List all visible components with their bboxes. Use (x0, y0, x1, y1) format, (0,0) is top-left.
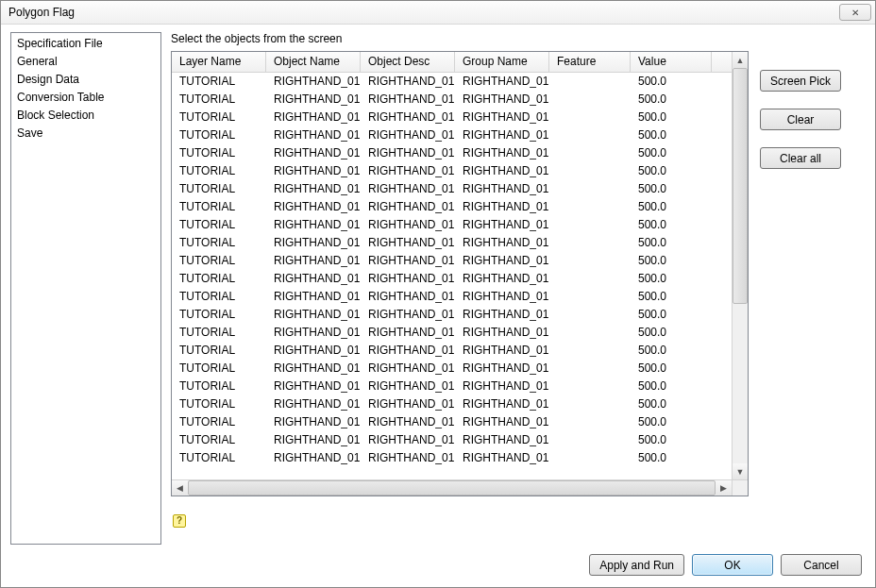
ok-button[interactable]: OK (692, 554, 773, 576)
table-cell: RIGHTHAND_01 (361, 162, 455, 180)
table-row[interactable]: TUTORIALRIGHTHAND_01RIGHTHAND_01RIGHTHAN… (172, 73, 732, 91)
screen-pick-button[interactable]: Screen Pick (760, 70, 841, 92)
table-cell: RIGHTHAND_01 (266, 198, 361, 216)
table-cell: 500.0 (631, 270, 712, 288)
scroll-right-icon[interactable]: ▶ (716, 480, 732, 496)
table-cell (549, 144, 631, 162)
table-cell (549, 360, 631, 378)
table-cell (549, 270, 631, 288)
table-cell: RIGHTHAND_01 (266, 431, 361, 449)
table-row[interactable]: TUTORIALRIGHTHAND_01RIGHTHAND_01RIGHTHAN… (172, 395, 732, 413)
table-cell: RIGHTHAND_01 (266, 252, 361, 270)
table-row[interactable]: TUTORIALRIGHTHAND_01RIGHTHAND_01RIGHTHAN… (172, 306, 732, 324)
table-cell (549, 91, 631, 109)
table-cell (549, 413, 631, 431)
table-row[interactable]: TUTORIALRIGHTHAND_01RIGHTHAND_01RIGHTHAN… (172, 144, 732, 162)
table-cell: TUTORIAL (172, 288, 266, 306)
table-cell (549, 306, 631, 324)
clear-all-button[interactable]: Clear all (760, 147, 841, 169)
sidebar-item-design-data[interactable]: Design Data (11, 71, 160, 89)
table-cell: TUTORIAL (172, 324, 266, 342)
table-row[interactable]: TUTORIALRIGHTHAND_01RIGHTHAND_01RIGHTHAN… (172, 109, 732, 126)
table-cell (549, 324, 631, 342)
table-row[interactable]: TUTORIALRIGHTHAND_01RIGHTHAND_01RIGHTHAN… (172, 413, 732, 431)
table-row[interactable]: TUTORIALRIGHTHAND_01RIGHTHAND_01RIGHTHAN… (172, 288, 732, 306)
table-cell: 500.0 (631, 288, 712, 306)
sidebar-item-specification-file[interactable]: Specification File (11, 35, 160, 53)
objects-table: Layer Name Object Name Object Desc Group… (171, 51, 749, 496)
table-row[interactable]: TUTORIALRIGHTHAND_01RIGHTHAND_01RIGHTHAN… (172, 360, 732, 378)
column-feature[interactable]: Feature (549, 52, 631, 72)
table-row[interactable]: TUTORIALRIGHTHAND_01RIGHTHAND_01RIGHTHAN… (172, 162, 732, 180)
column-object-name[interactable]: Object Name (266, 52, 361, 72)
table-cell: RIGHTHAND_01 (266, 342, 361, 360)
table-cell: RIGHTHAND_01 (266, 378, 361, 395)
table-row[interactable]: TUTORIALRIGHTHAND_01RIGHTHAND_01RIGHTHAN… (172, 449, 732, 467)
table-cell (549, 395, 631, 413)
sidebar-item-general[interactable]: General (11, 53, 160, 71)
content-area: Specification File General Design Data C… (1, 25, 875, 552)
vertical-scroll-thumb[interactable] (733, 68, 748, 304)
table-row[interactable]: TUTORIALRIGHTHAND_01RIGHTHAND_01RIGHTHAN… (172, 431, 732, 449)
table-cell (549, 431, 631, 449)
table-cell: RIGHTHAND_01 (266, 91, 361, 109)
table-row[interactable]: TUTORIALRIGHTHAND_01RIGHTHAND_01RIGHTHAN… (172, 91, 732, 109)
table-row[interactable]: TUTORIALRIGHTHAND_01RIGHTHAND_01RIGHTHAN… (172, 270, 732, 288)
table-cell: RIGHTHAND_01 (455, 216, 549, 234)
horizontal-scrollbar[interactable]: ◀ ▶ (172, 479, 732, 496)
horizontal-scroll-thumb[interactable] (188, 480, 716, 496)
table-cell: 500.0 (631, 324, 712, 342)
table-cell: RIGHTHAND_01 (455, 180, 549, 198)
table-row[interactable]: TUTORIALRIGHTHAND_01RIGHTHAND_01RIGHTHAN… (172, 252, 732, 270)
column-layer-name[interactable]: Layer Name (172, 52, 266, 72)
table-cell: 500.0 (631, 395, 712, 413)
table-cell (549, 109, 631, 126)
table-cell: 500.0 (631, 216, 712, 234)
table-cell: TUTORIAL (172, 109, 266, 126)
table-row[interactable]: TUTORIALRIGHTHAND_01RIGHTHAND_01RIGHTHAN… (172, 342, 732, 360)
table-row[interactable]: TUTORIALRIGHTHAND_01RIGHTHAND_01RIGHTHAN… (172, 126, 732, 144)
table-cell: 500.0 (631, 449, 712, 467)
scroll-left-icon[interactable]: ◀ (172, 480, 188, 496)
clear-button[interactable]: Clear (760, 109, 841, 130)
column-object-desc[interactable]: Object Desc (361, 52, 455, 72)
table-cell: RIGHTHAND_01 (361, 270, 455, 288)
table-cell: RIGHTHAND_01 (266, 180, 361, 198)
main-row: Layer Name Object Name Object Desc Group… (171, 51, 866, 496)
table-cell (549, 252, 631, 270)
table-cell: RIGHTHAND_01 (455, 306, 549, 324)
table-cell: RIGHTHAND_01 (266, 288, 361, 306)
table-cell: TUTORIAL (172, 180, 266, 198)
sidebar-item-block-selection[interactable]: Block Selection (11, 107, 160, 125)
table-cell: RIGHTHAND_01 (455, 395, 549, 413)
table-row[interactable]: TUTORIALRIGHTHAND_01RIGHTHAND_01RIGHTHAN… (172, 180, 732, 198)
table-cell: TUTORIAL (172, 126, 266, 144)
apply-and-run-button[interactable]: Apply and Run (589, 554, 684, 576)
table-cell: 500.0 (631, 360, 712, 378)
cancel-button[interactable]: Cancel (781, 554, 862, 576)
column-value[interactable]: Value (631, 52, 712, 72)
table-row[interactable]: TUTORIALRIGHTHAND_01RIGHTHAND_01RIGHTHAN… (172, 324, 732, 342)
table-cell: RIGHTHAND_01 (455, 378, 549, 395)
table-cell: RIGHTHAND_01 (455, 360, 549, 378)
sidebar-item-save[interactable]: Save (11, 125, 160, 143)
table-row[interactable]: TUTORIALRIGHTHAND_01RIGHTHAND_01RIGHTHAN… (172, 234, 732, 252)
column-group-name[interactable]: Group Name (455, 52, 549, 72)
sidebar-item-conversion-table[interactable]: Conversion Table (11, 89, 160, 107)
close-button[interactable]: ✕ (839, 4, 871, 21)
scroll-down-icon[interactable]: ▼ (733, 463, 748, 479)
table-row[interactable]: TUTORIALRIGHTHAND_01RIGHTHAND_01RIGHTHAN… (172, 198, 732, 216)
vertical-scrollbar[interactable]: ▲ ▼ (732, 52, 748, 479)
table-cell: 500.0 (631, 109, 712, 126)
table-row[interactable]: TUTORIALRIGHTHAND_01RIGHTHAND_01RIGHTHAN… (172, 378, 732, 395)
help-icon[interactable]: ? (173, 514, 186, 528)
table-cell: 500.0 (631, 252, 712, 270)
table-cell: TUTORIAL (172, 162, 266, 180)
table-row[interactable]: TUTORIALRIGHTHAND_01RIGHTHAND_01RIGHTHAN… (172, 216, 732, 234)
scroll-up-icon[interactable]: ▲ (733, 52, 748, 68)
table-cell (549, 288, 631, 306)
table-cell: RIGHTHAND_01 (361, 342, 455, 360)
table-cell: RIGHTHAND_01 (455, 126, 549, 144)
table-cell: TUTORIAL (172, 91, 266, 109)
table-cell (549, 449, 631, 467)
